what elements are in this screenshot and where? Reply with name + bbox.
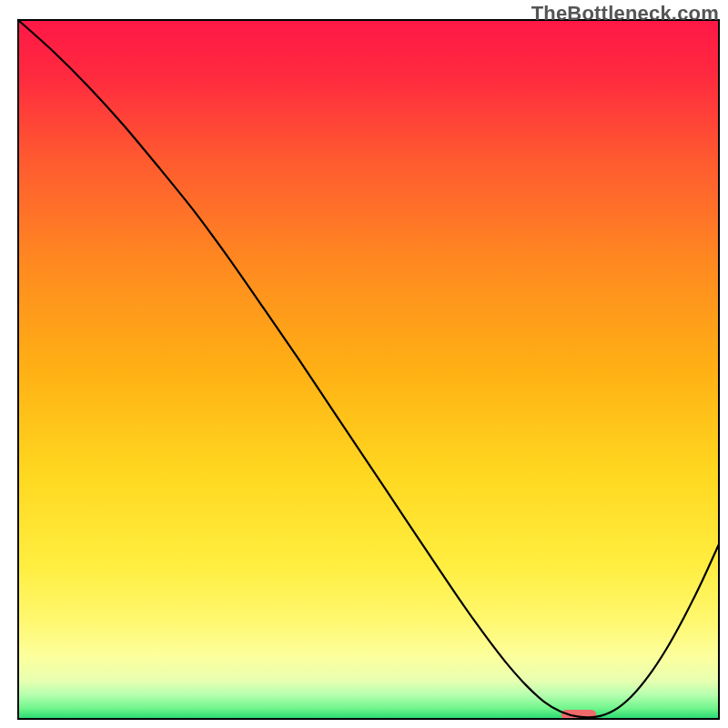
chart-container: TheBottleneck.com: [0, 0, 728, 728]
chart-svg: [0, 0, 728, 728]
watermark-text: TheBottleneck.com: [531, 2, 719, 25]
